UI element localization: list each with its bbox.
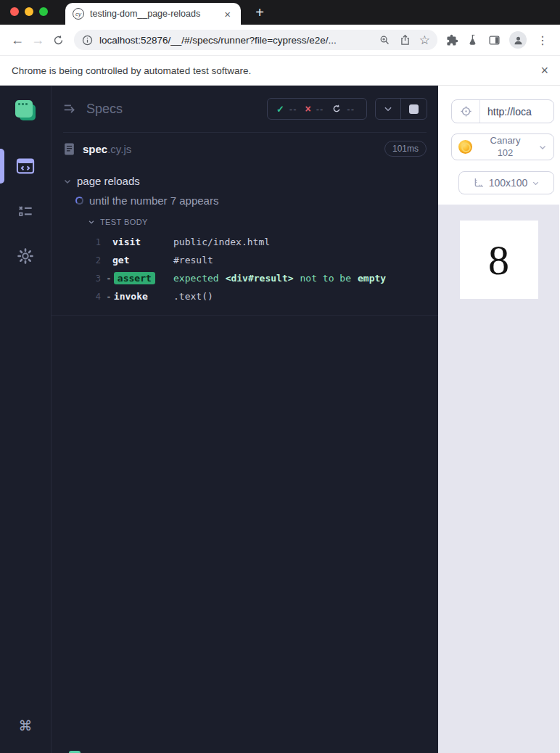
failed-x-icon: × xyxy=(305,103,310,115)
tab-close-icon[interactable]: × xyxy=(221,7,234,21)
spec-name-base: spec xyxy=(83,143,107,155)
aut-url-value[interactable]: http://loca xyxy=(480,106,532,118)
commands-end-divider xyxy=(52,315,438,316)
test-running-icon xyxy=(75,197,83,205)
profile-avatar[interactable] xyxy=(509,31,527,49)
selector-crosshair-icon xyxy=(460,105,472,118)
assert-subject: <div#result> xyxy=(226,273,294,284)
runner-sidebar: ⌘ xyxy=(0,86,52,753)
pending-count: -- xyxy=(347,104,355,115)
chevron-down-icon xyxy=(88,218,95,226)
command-row[interactable]: 3 -assert expected<div#result>not to bee… xyxy=(52,269,438,287)
run-controls xyxy=(375,98,427,120)
collapse-chevron-icon[interactable] xyxy=(376,99,401,119)
command-row[interactable]: 1 visit public/index.html xyxy=(52,233,438,251)
command-number: 4 xyxy=(52,292,101,302)
result-value: 8 xyxy=(488,236,509,284)
side-panel-icon[interactable] xyxy=(488,34,501,46)
test-body-label: TEST BODY xyxy=(100,218,148,226)
zoom-icon[interactable] xyxy=(379,34,391,46)
command-name: -assert xyxy=(112,273,173,284)
passed-check-icon: ✓ xyxy=(276,104,284,115)
forward-button[interactable]: → xyxy=(28,30,48,50)
sidebar-item-runs[interactable] xyxy=(0,202,51,221)
command-row[interactable]: 4 -invoke .text() xyxy=(52,287,438,305)
viewport-select-value: 100x100 xyxy=(489,177,528,189)
cypress-runner: ⌘ Specs ✓ -- × -- -- xyxy=(0,86,560,753)
zoom-window-button[interactable] xyxy=(39,7,48,16)
gear-icon xyxy=(16,247,35,266)
selector-playground-button[interactable] xyxy=(452,100,480,123)
command-row[interactable]: 2 get #result xyxy=(52,251,438,269)
browser-tab[interactable]: cy testing-dom__page-reloads × xyxy=(65,3,241,25)
site-info-icon[interactable] xyxy=(81,34,94,46)
spec-name-ext: .cy.js xyxy=(107,143,131,155)
minimize-window-button[interactable] xyxy=(25,7,33,16)
infobar-close-icon[interactable]: × xyxy=(540,63,548,78)
command-dash: - xyxy=(106,273,112,284)
test-row[interactable]: until the number 7 appears xyxy=(52,194,438,207)
new-tab-button[interactable]: + xyxy=(250,2,270,22)
automation-infobar: Chrome is being controlled by automated … xyxy=(0,55,560,86)
command-dash: - xyxy=(106,291,112,302)
url-text[interactable]: localhost:52876/__/#/specs/runner?file=c… xyxy=(99,35,373,46)
aut-panel: http://loca Canary 102 100x100 xyxy=(438,86,559,753)
chevron-down-icon xyxy=(538,143,547,152)
command-number: 1 xyxy=(52,237,101,247)
chevron-down-icon xyxy=(63,177,72,186)
menu-dots-icon[interactable]: ⋮ xyxy=(535,33,550,47)
browser-toolbar: ← → localhost:52876/__/#/specs/runner?fi… xyxy=(0,25,560,55)
command-number: 3 xyxy=(52,273,101,284)
command-log: 1 visit public/index.html 2 get #result … xyxy=(52,233,438,305)
browser-select[interactable]: Canary 102 xyxy=(451,133,554,160)
tab-title: testing-dom__page-reloads xyxy=(90,9,221,19)
viewport-select[interactable]: 100x100 xyxy=(458,171,554,194)
stop-icon xyxy=(409,104,419,114)
browser-name: Canary xyxy=(490,135,521,146)
omnibox[interactable]: localhost:52876/__/#/specs/runner?file=c… xyxy=(74,30,437,50)
reload-button[interactable] xyxy=(48,30,68,50)
command-number: 2 xyxy=(52,255,101,266)
sidebar-item-settings[interactable] xyxy=(0,247,51,266)
command-name: get xyxy=(112,255,173,266)
labs-flask-icon[interactable] xyxy=(467,34,479,46)
share-icon[interactable] xyxy=(399,34,411,46)
stop-button[interactable] xyxy=(401,104,427,114)
ruler-icon xyxy=(473,177,485,189)
chrome-canary-icon xyxy=(458,140,472,154)
command-message: .text() xyxy=(173,291,213,302)
back-button[interactable]: ← xyxy=(7,30,28,50)
test-body-toggle[interactable]: TEST BODY xyxy=(52,218,438,226)
test-stats: ✓ -- × -- -- xyxy=(267,98,367,120)
suite-title: page reloads xyxy=(77,175,140,187)
assert-phrase: not to be xyxy=(300,273,351,284)
debug-list-icon xyxy=(16,202,35,221)
command-name: visit xyxy=(112,236,173,247)
extensions-icon[interactable] xyxy=(446,34,458,46)
spec-file-row[interactable]: spec.cy.js 101ms xyxy=(52,133,438,165)
close-window-button[interactable] xyxy=(10,7,19,16)
assert-badge: assert xyxy=(114,272,155,284)
code-window-icon xyxy=(15,156,36,176)
browser-select-value: Canary 102 xyxy=(472,135,538,159)
cypress-favicon-icon: cy xyxy=(73,8,84,20)
failed-count: -- xyxy=(316,104,324,115)
bookmark-star-icon[interactable]: ☆ xyxy=(419,34,430,46)
command-message: expected<div#result>not to beempty xyxy=(173,273,392,284)
command-name: -invoke xyxy=(112,291,173,302)
spec-name: spec.cy.js xyxy=(83,143,131,155)
spec-duration-badge: 101ms xyxy=(384,141,427,157)
assert-value: empty xyxy=(358,273,386,284)
aut-url-bar[interactable]: http://loca xyxy=(451,99,554,123)
sidebar-item-specs[interactable] xyxy=(0,156,51,176)
passed-count: -- xyxy=(289,104,297,115)
suite-toggle[interactable]: page reloads xyxy=(52,175,438,187)
assert-expected: expected xyxy=(173,273,219,284)
app-under-test-viewport: 8 xyxy=(460,221,538,299)
keyboard-shortcuts-icon[interactable]: ⌘ xyxy=(0,717,51,734)
cypress-logo-icon[interactable] xyxy=(0,100,51,122)
aut-frame: 8 xyxy=(438,205,559,753)
window-titlebar: cy testing-dom__page-reloads × + xyxy=(0,0,560,25)
specs-menu-icon[interactable] xyxy=(62,101,78,117)
pending-refresh-icon xyxy=(332,104,342,114)
